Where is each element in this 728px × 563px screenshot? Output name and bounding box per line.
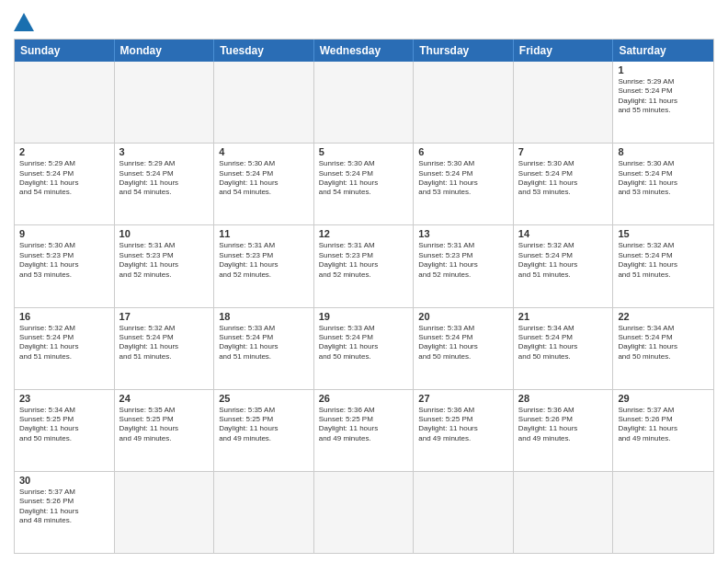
- cal-cell-18: 18Sunrise: 5:33 AMSunset: 5:24 PMDayligh…: [214, 308, 314, 389]
- cal-cell-17: 17Sunrise: 5:32 AMSunset: 5:24 PMDayligh…: [115, 308, 215, 389]
- cal-cell-13: 13Sunrise: 5:31 AMSunset: 5:23 PMDayligh…: [414, 225, 514, 306]
- cell-info: Sunrise: 5:32 AMSunset: 5:24 PMDaylight:…: [618, 241, 709, 280]
- cal-cell-12: 12Sunrise: 5:31 AMSunset: 5:23 PMDayligh…: [314, 225, 415, 306]
- cal-cell-16: 16Sunrise: 5:32 AMSunset: 5:24 PMDayligh…: [15, 308, 115, 389]
- cal-cell-24: 24Sunrise: 5:35 AMSunset: 5:25 PMDayligh…: [115, 390, 215, 471]
- cal-cell-15: 15Sunrise: 5:32 AMSunset: 5:24 PMDayligh…: [613, 225, 713, 306]
- cal-cell-10: 10Sunrise: 5:31 AMSunset: 5:23 PMDayligh…: [115, 225, 215, 306]
- cal-cell-28: 28Sunrise: 5:36 AMSunset: 5:26 PMDayligh…: [514, 390, 614, 471]
- cal-cell-22: 22Sunrise: 5:34 AMSunset: 5:24 PMDayligh…: [613, 308, 713, 389]
- cell-info: Sunrise: 5:33 AMSunset: 5:24 PMDaylight:…: [418, 324, 508, 362]
- day-number: 30: [19, 475, 109, 486]
- day-number: 6: [418, 146, 508, 157]
- day-number: 29: [618, 393, 709, 404]
- cal-cell-23: 23Sunrise: 5:34 AMSunset: 5:25 PMDayligh…: [15, 390, 115, 471]
- week-row-2: 9Sunrise: 5:30 AMSunset: 5:23 PMDaylight…: [15, 225, 713, 307]
- day-number: 2: [19, 146, 109, 157]
- day-number: 9: [19, 228, 109, 239]
- page: SundayMondayTuesdayWednesdayThursdayFrid…: [0, 0, 728, 563]
- day-number: 21: [518, 311, 609, 322]
- svg-marker-0: [14, 13, 34, 31]
- cal-cell-29: 29Sunrise: 5:37 AMSunset: 5:26 PMDayligh…: [613, 390, 713, 471]
- cell-info: Sunrise: 5:31 AMSunset: 5:23 PMDaylight:…: [319, 241, 409, 280]
- cal-cell-6: 6Sunrise: 5:30 AMSunset: 5:24 PMDaylight…: [414, 144, 514, 224]
- day-number: 1: [618, 64, 709, 75]
- cal-cell-empty-5-1: [115, 472, 215, 553]
- cal-cell-empty-0-3: [314, 62, 415, 143]
- header-day-monday: Monday: [115, 40, 215, 62]
- cal-cell-empty-5-6: [613, 472, 713, 553]
- cal-cell-26: 26Sunrise: 5:36 AMSunset: 5:25 PMDayligh…: [314, 390, 415, 471]
- header-day-wednesday: Wednesday: [314, 40, 415, 62]
- cell-info: Sunrise: 5:29 AMSunset: 5:24 PMDaylight:…: [119, 159, 210, 198]
- day-number: 27: [418, 393, 508, 404]
- cal-cell-empty-5-2: [214, 472, 314, 553]
- day-number: 4: [219, 146, 309, 157]
- day-number: 13: [418, 228, 508, 239]
- header-day-saturday: Saturday: [613, 40, 713, 62]
- cell-info: Sunrise: 5:34 AMSunset: 5:24 PMDaylight:…: [518, 324, 609, 362]
- cell-info: Sunrise: 5:30 AMSunset: 5:23 PMDaylight:…: [19, 241, 109, 280]
- day-number: 16: [19, 311, 109, 322]
- logo-icon: [14, 13, 34, 31]
- day-number: 12: [319, 228, 409, 239]
- cal-cell-7: 7Sunrise: 5:30 AMSunset: 5:24 PMDaylight…: [514, 144, 614, 224]
- header-day-thursday: Thursday: [414, 40, 514, 62]
- day-number: 23: [19, 393, 109, 404]
- cal-cell-3: 3Sunrise: 5:29 AMSunset: 5:24 PMDaylight…: [115, 144, 215, 224]
- week-row-5: 30Sunrise: 5:37 AMSunset: 5:26 PMDayligh…: [15, 472, 713, 553]
- cal-cell-empty-5-4: [414, 472, 514, 553]
- cal-cell-9: 9Sunrise: 5:30 AMSunset: 5:23 PMDaylight…: [15, 225, 115, 306]
- cal-cell-empty-0-4: [414, 62, 514, 143]
- cell-info: Sunrise: 5:33 AMSunset: 5:24 PMDaylight:…: [319, 324, 409, 362]
- cal-cell-empty-0-5: [514, 62, 614, 143]
- cell-info: Sunrise: 5:36 AMSunset: 5:25 PMDaylight:…: [418, 406, 508, 444]
- cal-cell-empty-5-5: [514, 472, 614, 553]
- day-number: 25: [219, 393, 309, 404]
- cal-cell-5: 5Sunrise: 5:30 AMSunset: 5:24 PMDaylight…: [314, 144, 415, 224]
- cal-cell-27: 27Sunrise: 5:36 AMSunset: 5:25 PMDayligh…: [414, 390, 514, 471]
- day-number: 26: [319, 393, 409, 404]
- cell-info: Sunrise: 5:33 AMSunset: 5:24 PMDaylight:…: [219, 324, 309, 362]
- day-number: 19: [319, 311, 409, 322]
- day-number: 14: [518, 228, 609, 239]
- day-number: 22: [618, 311, 709, 322]
- cal-cell-2: 2Sunrise: 5:29 AMSunset: 5:24 PMDaylight…: [15, 144, 115, 224]
- cal-cell-11: 11Sunrise: 5:31 AMSunset: 5:23 PMDayligh…: [214, 225, 314, 306]
- cell-info: Sunrise: 5:32 AMSunset: 5:24 PMDaylight:…: [19, 324, 109, 362]
- cell-info: Sunrise: 5:37 AMSunset: 5:26 PMDaylight:…: [19, 488, 109, 526]
- cell-info: Sunrise: 5:30 AMSunset: 5:24 PMDaylight:…: [319, 159, 409, 198]
- cal-cell-21: 21Sunrise: 5:34 AMSunset: 5:24 PMDayligh…: [514, 308, 614, 389]
- cal-cell-empty-5-3: [314, 472, 415, 553]
- cal-cell-19: 19Sunrise: 5:33 AMSunset: 5:24 PMDayligh…: [314, 308, 415, 389]
- calendar-header: SundayMondayTuesdayWednesdayThursdayFrid…: [15, 40, 713, 62]
- header-day-friday: Friday: [514, 40, 614, 62]
- day-number: 3: [119, 146, 210, 157]
- cal-cell-1: 1Sunrise: 5:29 AMSunset: 5:24 PMDaylight…: [613, 62, 713, 143]
- cell-info: Sunrise: 5:29 AMSunset: 5:24 PMDaylight:…: [618, 77, 709, 116]
- cell-info: Sunrise: 5:35 AMSunset: 5:25 PMDaylight:…: [219, 406, 309, 444]
- day-number: 7: [518, 146, 609, 157]
- cell-info: Sunrise: 5:30 AMSunset: 5:24 PMDaylight:…: [219, 159, 309, 198]
- day-number: 24: [119, 393, 210, 404]
- day-number: 8: [618, 146, 709, 157]
- cell-info: Sunrise: 5:30 AMSunset: 5:24 PMDaylight:…: [518, 159, 609, 198]
- week-row-1: 2Sunrise: 5:29 AMSunset: 5:24 PMDaylight…: [15, 144, 713, 225]
- cell-info: Sunrise: 5:32 AMSunset: 5:24 PMDaylight:…: [119, 324, 210, 362]
- cell-info: Sunrise: 5:34 AMSunset: 5:24 PMDaylight:…: [618, 324, 709, 362]
- calendar-body: 1Sunrise: 5:29 AMSunset: 5:24 PMDaylight…: [15, 62, 713, 553]
- cell-info: Sunrise: 5:30 AMSunset: 5:24 PMDaylight:…: [418, 159, 508, 198]
- cell-info: Sunrise: 5:34 AMSunset: 5:25 PMDaylight:…: [19, 406, 109, 444]
- week-row-0: 1Sunrise: 5:29 AMSunset: 5:24 PMDaylight…: [15, 62, 713, 144]
- cal-cell-empty-0-2: [214, 62, 314, 143]
- header-day-sunday: Sunday: [15, 40, 115, 62]
- day-number: 20: [418, 311, 508, 322]
- cal-cell-25: 25Sunrise: 5:35 AMSunset: 5:25 PMDayligh…: [214, 390, 314, 471]
- cell-info: Sunrise: 5:32 AMSunset: 5:24 PMDaylight:…: [518, 241, 609, 280]
- logo: [14, 9, 34, 31]
- day-number: 11: [219, 228, 309, 239]
- cell-info: Sunrise: 5:29 AMSunset: 5:24 PMDaylight:…: [19, 159, 109, 198]
- cell-info: Sunrise: 5:31 AMSunset: 5:23 PMDaylight:…: [418, 241, 508, 280]
- cal-cell-30: 30Sunrise: 5:37 AMSunset: 5:26 PMDayligh…: [15, 472, 115, 553]
- week-row-3: 16Sunrise: 5:32 AMSunset: 5:24 PMDayligh…: [15, 308, 713, 390]
